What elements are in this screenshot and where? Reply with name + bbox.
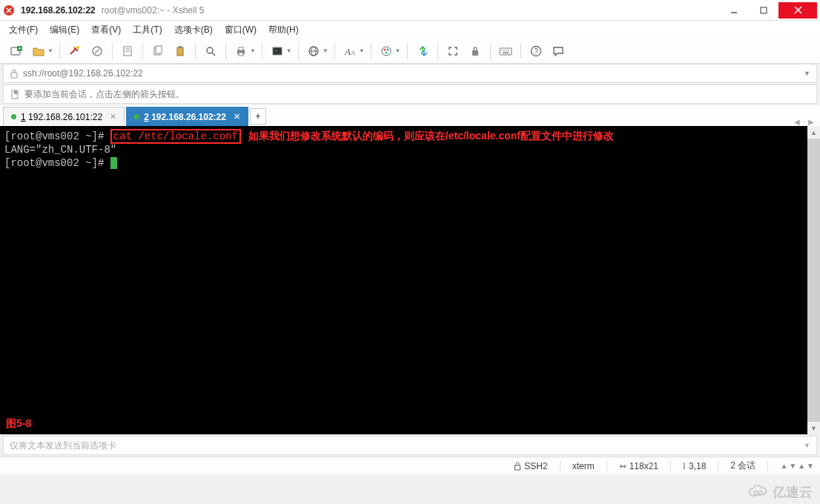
open-session-icon[interactable] (28, 41, 49, 62)
svg-rect-16 (177, 47, 183, 56)
menu-view[interactable]: 查看(V) (91, 24, 121, 36)
menu-tools[interactable]: 工具(T) (133, 24, 162, 36)
dropdown-icon[interactable]: ▼ (395, 47, 401, 54)
svg-line-10 (95, 49, 99, 53)
svg-rect-2 (761, 7, 767, 13)
tab-session-2[interactable]: 2 192.168.26.102:22 ✕ (126, 107, 248, 126)
svg-rect-15 (156, 46, 162, 53)
menu-window[interactable]: 窗口(W) (225, 24, 257, 36)
address-text: ssh://root@192.168.26.102:22 (23, 68, 143, 79)
svg-point-36 (501, 50, 503, 51)
send-placeholder: 仅将文本发送到当前选项卡 (10, 440, 116, 452)
fullscreen-icon[interactable] (443, 41, 463, 62)
svg-point-39 (508, 50, 509, 51)
properties-icon[interactable] (117, 41, 138, 62)
print-icon[interactable] (231, 41, 251, 62)
connect-icon[interactable] (65, 41, 85, 62)
close-icon[interactable]: ✕ (110, 112, 116, 122)
maximize-button[interactable] (749, 2, 778, 19)
tab-label: 192.168.26.101:22 (28, 112, 102, 122)
terminal[interactable]: [root@vms002 ~]# cat /etc/locale.conf如果我… (0, 126, 807, 434)
tab-strip: 1 192.168.26.101:22 ✕ 2 192.168.26.102:2… (0, 105, 820, 126)
svg-rect-43 (11, 73, 17, 78)
highlighted-command: cat /etc/locale.conf (110, 129, 241, 144)
terminal-prompt: [root@vms002 ~]# (4, 157, 110, 169)
status-term: xterm (572, 461, 595, 471)
svg-text:?: ? (534, 47, 538, 56)
menu-help[interactable]: 帮助(H) (268, 24, 299, 36)
help-icon[interactable]: ? (526, 41, 546, 62)
globe-icon[interactable] (303, 41, 324, 62)
app-icon (3, 4, 15, 16)
lock-icon (10, 68, 19, 79)
add-tab-button[interactable]: + (250, 108, 266, 125)
paste-icon[interactable] (170, 41, 191, 62)
status-size: ⇿ 118x21 (619, 461, 658, 471)
cloud-icon (747, 485, 770, 500)
status-bar: SSH2 xterm ⇿ 118x21 ⁞ 3,18 2 会话 ▲▼▲▼ (0, 457, 820, 474)
tab-nav-arrows[interactable]: ◀·▶ (794, 118, 817, 126)
transfer-icon[interactable] (412, 41, 433, 62)
menu-tabs[interactable]: 选项卡(B) (174, 24, 213, 36)
dropdown-icon[interactable]: ▼ (286, 47, 292, 54)
size-icon: ⇿ (619, 461, 626, 471)
tab-label: 192.168.26.102:22 (151, 112, 226, 122)
dropdown-icon[interactable]: ▼ (804, 70, 810, 77)
scroll-up-icon[interactable]: ▲ (807, 126, 820, 139)
watermark: 亿速云 (747, 483, 813, 501)
new-session-icon[interactable]: + (6, 41, 27, 62)
svg-rect-40 (503, 52, 509, 53)
bookmark-icon[interactable] (10, 89, 20, 99)
svg-rect-34 (472, 50, 478, 56)
lock-icon[interactable] (465, 41, 486, 62)
svg-point-31 (383, 48, 386, 50)
copy-icon[interactable] (148, 41, 168, 62)
svg-line-19 (212, 53, 215, 56)
status-nav-arrows[interactable]: ▲▼▲▼ (780, 462, 814, 470)
tab-session-1[interactable]: 1 192.168.26.101:22 ✕ (3, 107, 125, 126)
scrollbar[interactable]: ▲ ▼ (807, 126, 820, 434)
terminal-icon[interactable]: >_ (267, 41, 288, 62)
svg-point-8 (76, 46, 79, 49)
cursor-pos-icon: ⁞ (683, 461, 686, 471)
svg-point-32 (386, 48, 388, 50)
dropdown-icon[interactable]: ▼ (47, 47, 53, 54)
svg-rect-17 (179, 46, 182, 48)
color-icon[interactable] (376, 41, 397, 62)
scroll-track[interactable] (807, 139, 820, 422)
lock-icon (514, 462, 521, 471)
close-icon[interactable]: ✕ (234, 112, 240, 122)
svg-point-47 (759, 491, 763, 495)
hint-text: 要添加当前会话，点击左侧的箭头按钮。 (24, 88, 185, 101)
tab-num: 1 (21, 112, 26, 122)
toolbar: + ▼ ▼ >_ ▼ ▼ AA ▼ ▼ ? (0, 39, 820, 64)
disconnect-icon[interactable] (87, 41, 108, 62)
chat-icon[interactable] (548, 41, 569, 62)
svg-text:+: + (18, 44, 22, 51)
figure-label: 图5-8 (6, 417, 31, 430)
svg-point-46 (754, 491, 758, 495)
terminal-output: LANG="zh_CN.UTF-8" (4, 144, 116, 156)
dropdown-icon[interactable]: ▼ (359, 47, 365, 54)
keyboard-icon[interactable] (495, 41, 516, 62)
address-bar[interactable]: ssh://root@192.168.26.102:22 ▼ (3, 64, 817, 83)
dropdown-icon[interactable]: ▼ (250, 47, 256, 54)
minimize-button[interactable] (719, 2, 749, 19)
svg-rect-35 (500, 48, 512, 55)
font-icon[interactable]: AA (340, 41, 360, 62)
svg-rect-45 (515, 465, 520, 470)
menu-bar: 文件(F) 编辑(E) 查看(V) 工具(T) 选项卡(B) 窗口(W) 帮助(… (0, 21, 820, 39)
menu-edit[interactable]: 编辑(E) (50, 24, 79, 36)
status-cursor: ⁞ 3,18 (683, 461, 706, 471)
dropdown-icon[interactable]: ▼ (323, 47, 328, 54)
search-icon[interactable] (200, 41, 221, 62)
terminal-prompt: [root@vms002 ~]# (4, 130, 110, 142)
scroll-down-icon[interactable]: ▼ (807, 422, 820, 434)
menu-file[interactable]: 文件(F) (9, 24, 38, 36)
svg-text:>_: >_ (274, 48, 281, 54)
cursor-icon (110, 157, 117, 169)
send-input[interactable]: 仅将文本发送到当前选项卡 ▼ (3, 436, 817, 455)
svg-text:A: A (351, 49, 356, 56)
close-button[interactable] (778, 2, 817, 19)
dropdown-icon[interactable]: ▼ (804, 442, 810, 449)
